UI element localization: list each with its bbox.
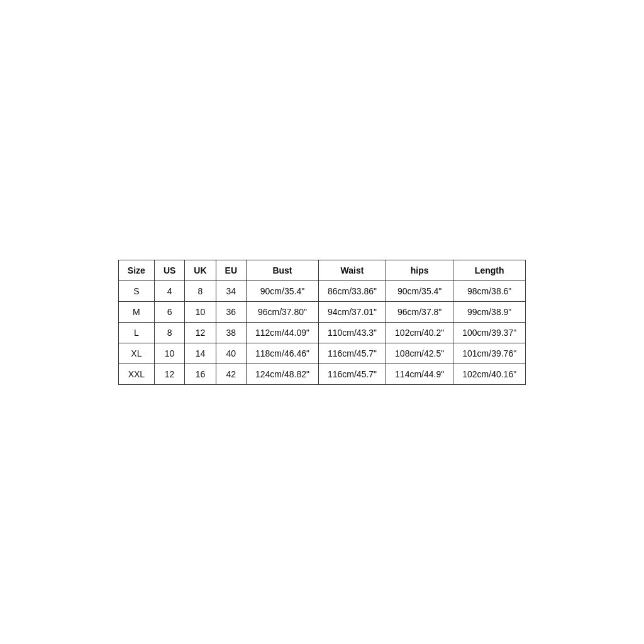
cell-size: XXL (118, 364, 154, 384)
cell-size: L (118, 322, 154, 343)
cell-bust: 112cm/44.09" (247, 322, 319, 343)
table-row: M6103696cm/37.80"94cm/37.01"96cm/37.8"99… (118, 301, 525, 322)
cell-uk: 10 (185, 301, 216, 322)
cell-length: 98cm/38.6" (453, 280, 526, 301)
cell-us: 4 (154, 280, 184, 301)
cell-waist: 86cm/33.86" (318, 280, 386, 301)
cell-us: 12 (154, 364, 184, 384)
cell-eu: 38 (216, 322, 246, 343)
cell-waist: 116cm/45.7" (318, 364, 386, 384)
cell-waist: 116cm/45.7" (318, 343, 386, 364)
table-header-row: Size US UK EU Bust Waist hips Length (118, 260, 525, 280)
cell-uk: 16 (185, 364, 216, 384)
cell-hips: 114cm/44.9" (386, 364, 453, 384)
cell-size: M (118, 301, 154, 322)
col-header-length: Length (453, 260, 526, 280)
cell-waist: 110cm/43.3" (318, 322, 386, 343)
table-row: S483490cm/35.4"86cm/33.86"90cm/35.4"98cm… (118, 280, 525, 301)
cell-us: 8 (154, 322, 184, 343)
cell-hips: 90cm/35.4" (386, 280, 453, 301)
size-chart-table: Size US UK EU Bust Waist hips Length S48… (118, 260, 526, 385)
cell-hips: 102cm/40.2" (386, 322, 453, 343)
cell-uk: 12 (185, 322, 216, 343)
cell-length: 101cm/39.76" (453, 343, 526, 364)
col-header-eu: EU (216, 260, 246, 280)
size-chart-container: Size US UK EU Bust Waist hips Length S48… (118, 260, 526, 385)
cell-bust: 90cm/35.4" (247, 280, 319, 301)
cell-eu: 36 (216, 301, 246, 322)
table-row: XXL121642124cm/48.82"116cm/45.7"114cm/44… (118, 364, 525, 384)
cell-uk: 8 (185, 280, 216, 301)
cell-bust: 124cm/48.82" (247, 364, 319, 384)
col-header-bust: Bust (247, 260, 319, 280)
cell-uk: 14 (185, 343, 216, 364)
col-header-size: Size (118, 260, 154, 280)
table-row: XL101440118cm/46.46"116cm/45.7"108cm/42.… (118, 343, 525, 364)
cell-size: S (118, 280, 154, 301)
cell-eu: 42 (216, 364, 246, 384)
col-header-us: US (154, 260, 184, 280)
cell-size: XL (118, 343, 154, 364)
cell-us: 10 (154, 343, 184, 364)
cell-length: 102cm/40.16" (453, 364, 526, 384)
cell-hips: 96cm/37.8" (386, 301, 453, 322)
cell-eu: 34 (216, 280, 246, 301)
cell-length: 100cm/39.37" (453, 322, 526, 343)
cell-waist: 94cm/37.01" (318, 301, 386, 322)
col-header-hips: hips (386, 260, 453, 280)
cell-bust: 96cm/37.80" (247, 301, 319, 322)
cell-eu: 40 (216, 343, 246, 364)
cell-us: 6 (154, 301, 184, 322)
col-header-uk: UK (185, 260, 216, 280)
cell-length: 99cm/38.9" (453, 301, 526, 322)
col-header-waist: Waist (318, 260, 386, 280)
table-row: L81238112cm/44.09"110cm/43.3"102cm/40.2"… (118, 322, 525, 343)
cell-hips: 108cm/42.5" (386, 343, 453, 364)
cell-bust: 118cm/46.46" (247, 343, 319, 364)
